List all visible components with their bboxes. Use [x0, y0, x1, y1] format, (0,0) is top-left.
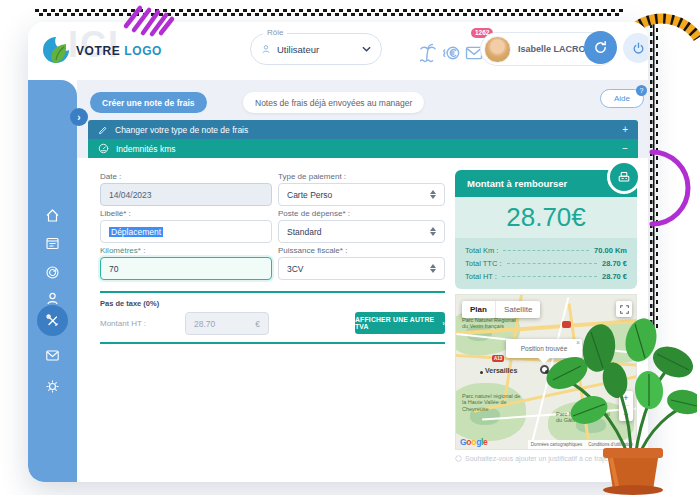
- change-type-banner[interactable]: Changer votre type de note de frais +: [88, 120, 638, 139]
- date-field[interactable]: 14/04/2023: [100, 183, 272, 206]
- help-badge: ?: [636, 85, 647, 96]
- power-icon: [632, 42, 645, 55]
- user-name: Isabelle LACROIX: [518, 44, 594, 54]
- amount-summary-card: Montant à rembourser 28.70€ Total Km : 7: [455, 170, 637, 289]
- total-ttc-row: Total TTC : 28.70 €: [465, 257, 627, 270]
- role-select-label: Rôle: [263, 28, 287, 37]
- avatar: [484, 36, 511, 63]
- brand-name: VOTRE LOGO: [76, 44, 162, 58]
- deco-purple-arc: [645, 146, 693, 230]
- total-ht-row: Total HT : 28.70 €: [465, 270, 627, 283]
- ht-amount-field[interactable]: 28.70 €: [185, 312, 269, 335]
- city-dot: [480, 371, 483, 374]
- refresh-button[interactable]: [584, 31, 617, 64]
- amount-to-reimburse: 28.70€: [455, 197, 637, 238]
- info-circle-icon: [455, 455, 462, 462]
- category-label: Indemnités kms: [116, 144, 176, 154]
- role-select-value: Utilisateur: [277, 44, 356, 55]
- divider: [100, 291, 445, 293]
- select-arrows-icon: [430, 261, 436, 276]
- select-arrows-icon: [430, 187, 436, 202]
- map-type-control: Plan Satellite: [462, 301, 540, 318]
- help-button[interactable]: Aide ?: [600, 89, 644, 108]
- map-label-versailles: Versailles: [485, 367, 517, 374]
- chevron-right-icon: ›: [77, 112, 80, 123]
- puissance-label: Puissance fiscale* :: [278, 246, 347, 255]
- pencil-icon: [98, 125, 108, 135]
- select-arrows-icon: [430, 224, 436, 239]
- libelle-field[interactable]: Déplacement: [100, 220, 272, 243]
- user-icon: [261, 44, 271, 54]
- sidebar-item-home[interactable]: [45, 208, 60, 223]
- payment-select[interactable]: Carte Perso: [278, 183, 445, 206]
- sidebar-item-history[interactable]: [45, 265, 60, 280]
- poste-select[interactable]: Standard: [278, 220, 445, 243]
- chevron-down-icon: [362, 46, 371, 52]
- map-fullscreen-button[interactable]: [616, 301, 632, 317]
- show-other-vat-button[interactable]: AFFICHER UNE AUTRE TVA ›: [355, 312, 445, 334]
- libelle-label: Libellé* :: [100, 209, 131, 218]
- map-label-chevreuse: Parc naturel régional de la Haute Vallée…: [462, 393, 526, 412]
- role-select[interactable]: Rôle Utilisateur: [250, 33, 382, 65]
- plant-pot: [603, 448, 663, 495]
- sidebar-item-settings[interactable]: [45, 379, 60, 394]
- map-plan-button[interactable]: Plan: [462, 301, 495, 318]
- ht-amount-label: Montant HT :: [100, 319, 146, 328]
- total-km-row: Total Km : 70.00 Km: [465, 244, 627, 257]
- chevron-right-icon: ›: [443, 320, 445, 327]
- poste-label: Poste de dépense* :: [278, 209, 350, 218]
- logout-button[interactable]: [623, 33, 648, 63]
- summary-header: Montant à rembourser: [455, 170, 637, 197]
- date-label: Date :: [100, 172, 121, 181]
- page: ICI VOTRE LOGO Rôle Utilisateur: [0, 0, 700, 495]
- tab-create-expense[interactable]: Créer une note de frais: [90, 92, 207, 113]
- currency-symbol: €: [255, 319, 260, 329]
- km-field[interactable]: 70: [100, 257, 272, 280]
- sidebar-item-tools[interactable]: [45, 313, 60, 328]
- gauge-icon: [98, 143, 109, 154]
- sidebar: [28, 80, 77, 482]
- refresh-icon: [593, 40, 608, 55]
- change-type-label: Changer votre type de note de frais: [115, 125, 248, 135]
- tax-section-title: Pas de taxe (0%): [100, 299, 159, 308]
- road-shield: A13: [492, 355, 504, 362]
- cash-register-badge-icon: [607, 160, 641, 194]
- sidebar-item-messages[interactable]: [45, 348, 60, 363]
- deco-purple-slashes: [118, 0, 180, 40]
- collapse-icon[interactable]: −: [622, 143, 628, 154]
- divider: [100, 342, 445, 344]
- fullscreen-icon: [620, 305, 629, 314]
- coins-icon[interactable]: [441, 43, 461, 63]
- google-logo[interactable]: Google: [460, 437, 488, 447]
- tab-sent-expenses[interactable]: Notes de frais déjà envoyées au manager: [243, 92, 424, 113]
- km-label: Kilomètres* :: [100, 246, 145, 255]
- map-satellite-button[interactable]: Satellite: [495, 301, 540, 318]
- sidebar-item-profile[interactable]: [45, 291, 60, 306]
- help-label: Aide: [614, 94, 630, 103]
- category-banner[interactable]: Indemnités kms −: [88, 139, 638, 158]
- puissance-select[interactable]: 3CV: [278, 257, 445, 280]
- payment-label: Type de paiement :: [278, 172, 346, 181]
- vacation-palm-icon[interactable]: [418, 43, 438, 63]
- map-label-vexin: Parc Naturel Régional du Vexin français: [462, 317, 518, 330]
- app-logo-icon: [40, 34, 72, 66]
- sidebar-item-journal[interactable]: [45, 236, 60, 251]
- plant-decoration: [545, 318, 697, 495]
- summary-totals: Total Km : 70.00 Km Total TTC : 28.70 € …: [455, 238, 637, 289]
- summary-title: Montant à rembourser: [467, 178, 567, 189]
- expand-icon[interactable]: +: [622, 124, 628, 135]
- sidebar-expand-button[interactable]: ›: [70, 108, 88, 126]
